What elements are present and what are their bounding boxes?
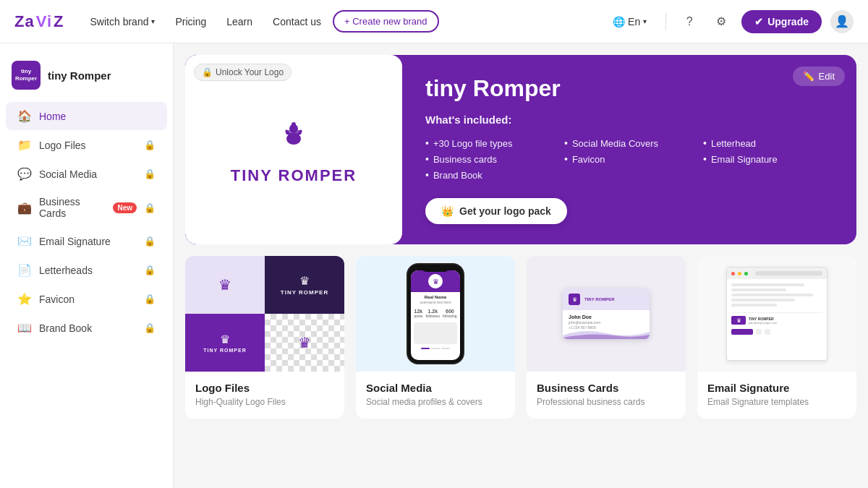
brand-avatar: tinyRomper: [12, 61, 41, 90]
logo-icon-q1: ♛: [218, 276, 231, 294]
lang-label: En: [628, 16, 640, 27]
bc-person-name: John Doe: [569, 314, 644, 320]
learn-nav[interactable]: Learn: [218, 12, 261, 32]
bc-mockup: ♛ TINY ROMPER John Doe john@example.com …: [527, 256, 686, 372]
card-email-sub: Email Signature templates: [707, 397, 846, 407]
business-icon: 💼: [17, 201, 32, 215]
sig-text-area: TINY ROMPER john@tinyromper.com: [749, 317, 777, 325]
email-line-4: [731, 304, 777, 307]
language-selector[interactable]: 🌐 En ▾: [605, 12, 654, 32]
email-mockup: ♛ TINY ROMPER john@tinyromper.com: [697, 256, 856, 372]
logo-icon-q3: ♛: [220, 333, 230, 346]
card-logo-sub: High-Quality Logo Files: [195, 397, 334, 407]
hero-banner: 🔒 Unlock Your Logo: [185, 55, 856, 244]
create-brand-button[interactable]: + Create new brand: [333, 10, 439, 33]
phone-screen: ♛ Real Name username text here 12k: [411, 270, 460, 360]
format-btn-mockup: [765, 329, 770, 335]
thumb-q1: ♛: [185, 256, 265, 314]
card-social-media[interactable]: ♛ Real Name username text here 12k: [356, 256, 515, 419]
star-icon: ⭐: [17, 292, 32, 306]
help-button[interactable]: ?: [678, 10, 701, 33]
email-line-2: [731, 294, 813, 296]
cards-section: ♛ ♛ TINY ROMPER ♛: [174, 256, 868, 436]
lock-icon: 🔒: [144, 168, 156, 179]
bc-logo-icon: ♛: [572, 296, 577, 303]
feature-brand-book: • Brand Book: [425, 169, 556, 181]
card-logo-info: Logo Files High-Quality Logo Files: [185, 372, 344, 419]
check-icon: ✔: [754, 16, 763, 27]
card-logo-files[interactable]: ♛ ♛ TINY ROMPER ♛: [185, 256, 344, 419]
window-dot-green: [744, 272, 748, 275]
thumb-q2: ♛ TINY ROMPER: [265, 256, 344, 314]
folder-icon: 📁: [17, 138, 32, 152]
email-icon: ✉️: [17, 234, 32, 248]
feature-email-sig: • Email Signature: [703, 153, 833, 165]
hero-included-label: What's included:: [425, 114, 833, 126]
upgrade-button[interactable]: ✔ Upgrade: [741, 10, 822, 33]
card-email-title: Email Signature: [707, 382, 846, 394]
email-content: ♛ TINY ROMPER john@tinyromper.com: [727, 279, 827, 339]
settings-button[interactable]: ⚙: [710, 10, 733, 33]
email-line-1: [731, 288, 786, 291]
card-business-cards[interactable]: ♛ TINY ROMPER John Doe john@example.com …: [527, 256, 686, 419]
attach-btn-mockup: [756, 329, 762, 335]
sidebar-biz-label: Business Cards: [39, 196, 103, 219]
bc-brand-text: TINY ROMPER: [584, 297, 615, 301]
sidebar-item-home[interactable]: 🏠 Home: [6, 102, 167, 130]
feature-business-cards: • Business cards: [425, 153, 556, 165]
sidebar-item-letterheads[interactable]: 📄 Letterheads 🔒: [6, 256, 167, 284]
crown-icon: 👑: [441, 205, 454, 217]
pricing-nav[interactable]: Pricing: [166, 12, 215, 32]
phone-mockup: ♛ Real Name username text here 12k: [407, 263, 464, 364]
sidebar-favicon-label: Favicon: [39, 294, 75, 305]
logo[interactable]: ZaViZ: [14, 12, 64, 31]
email-subject-line: [731, 283, 804, 286]
bc-wave-decoration: [563, 325, 650, 339]
brand-name-label: tiny Romper: [48, 69, 111, 82]
user-avatar[interactable]: 👤: [830, 10, 854, 33]
sig-logo: ♛: [731, 316, 746, 325]
get-logo-pack-button[interactable]: 👑 Get your logo pack: [425, 198, 567, 224]
lock-icon: 🔒: [144, 202, 156, 213]
unlock-badge: 🔒 Unlock Your Logo: [194, 64, 292, 81]
main-content: 🔒 Unlock Your Logo: [174, 43, 868, 488]
sig-logo-icon: ♛: [736, 317, 741, 324]
bc-logo: ♛: [569, 294, 580, 305]
card-social-thumb: ♛ Real Name username text here 12k: [356, 256, 515, 372]
sidebar-item-social-media[interactable]: 💬 Social Media 🔒: [6, 160, 167, 188]
sidebar-item-business-cards[interactable]: 💼 Business Cards New 🔒: [6, 189, 167, 226]
sidebar-item-email-signature[interactable]: ✉️ Email Signature 🔒: [6, 227, 167, 255]
header-right: 🌐 En ▾ ? ⚙ ✔ Upgrade 👤: [605, 10, 854, 33]
thumb-q3: ♛ TINY ROMPER: [185, 314, 265, 372]
thumb-q4: ♛: [265, 314, 344, 372]
edit-icon: ✏️: [803, 71, 814, 82]
lock-icon: 🔒: [144, 140, 156, 150]
sidebar-item-logo-files[interactable]: 📁 Logo Files 🔒: [6, 131, 167, 159]
feature-social-media: • Social Media Covers: [564, 137, 694, 149]
hero-info: ✏️ Edit tiny Romper What's included: • +…: [402, 55, 856, 244]
sidebar-logo-label: Logo Files: [39, 140, 86, 151]
switch-brand-nav[interactable]: Switch brand ▾: [82, 12, 164, 32]
user-icon: 👤: [835, 14, 849, 28]
logo-text: TINY ROMPER: [231, 166, 357, 185]
email-line-3: [731, 299, 795, 301]
chevron-down-icon: ▾: [151, 17, 155, 25]
brand-header: tinyRomper tiny Romper: [0, 55, 173, 101]
contact-nav[interactable]: Contact us: [264, 12, 330, 32]
contact-label: Contact us: [273, 16, 321, 27]
edit-button[interactable]: ✏️ Edit: [793, 67, 845, 86]
card-email-info: Email Signature Email Signature template…: [697, 372, 856, 419]
logo-icon-q4: ♛: [298, 334, 311, 351]
sidebar-brand-label: Brand Book: [39, 322, 92, 334]
main-nav: Switch brand ▾ Pricing Learn Contact us …: [82, 10, 589, 33]
cards-grid: ♛ ♛ TINY ROMPER ♛: [185, 256, 856, 419]
card-logo-thumb: ♛ ♛ TINY ROMPER ♛: [185, 256, 344, 372]
sidebar-item-brand-book[interactable]: 📖 Brand Book 🔒: [6, 314, 167, 342]
sidebar-social-label: Social Media: [39, 168, 97, 180]
send-btn-mockup: [731, 329, 753, 335]
lock-icon: 🔒: [144, 265, 156, 275]
card-email-signature[interactable]: ♛ TINY ROMPER john@tinyromper.com: [697, 256, 856, 419]
sidebar-item-favicon[interactable]: ⭐ Favicon 🔒: [6, 285, 167, 313]
profile-header: ♛: [411, 270, 460, 292]
sig-details: john@tinyromper.com: [749, 321, 777, 325]
